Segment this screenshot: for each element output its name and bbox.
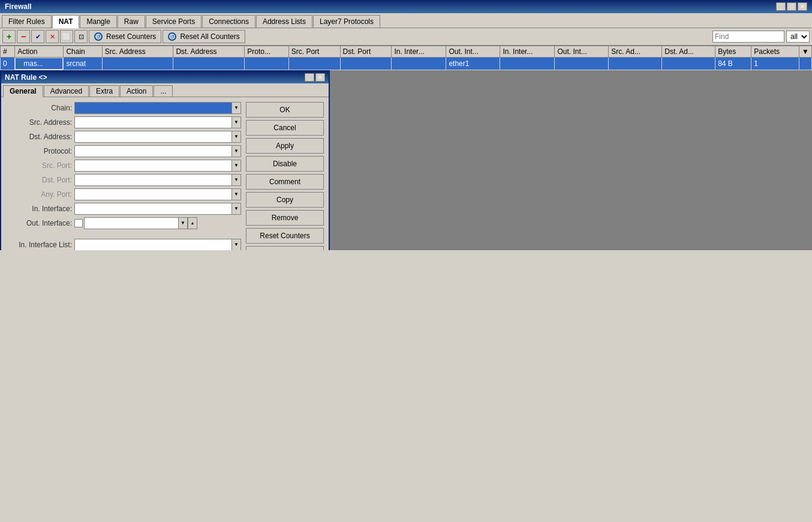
dst-port-input[interactable] [74,174,231,186]
in-interface-list-wrapper: ▼ [74,239,241,250]
col-chain: Chain [64,46,102,58]
dst-address-input[interactable] [74,131,231,143]
src-address-row: Src. Address: ▼ [6,116,241,128]
cell-packets: 1 [751,58,799,70]
reset-counters-toolbar-button[interactable]: ↺ Reset Counters [89,30,161,43]
col-expand[interactable]: ▼ [799,46,812,58]
disable-toolbar-button[interactable]: ✕ [46,30,59,43]
dialog-tab-bar: General Advanced Extra Action ... [1,83,329,97]
filter-button[interactable]: ⊡ [74,30,88,43]
in-interface-input[interactable] [74,203,231,215]
src-port-dropdown-button[interactable]: ▼ [231,160,241,172]
in-interface-wrapper: ▼ [74,203,241,215]
counter-icon: ↺ [94,32,103,41]
in-interface-list-dropdown-button[interactable]: ▼ [231,239,241,250]
dst-port-dropdown-button[interactable]: ▼ [231,174,241,186]
cell-in-inter2 [500,58,555,70]
copy-dialog-button[interactable]: Copy [246,192,324,208]
comment-button[interactable]: Comment [246,174,324,190]
protocol-label: Protocol: [6,147,72,155]
tab-address-lists[interactable]: Address Lists [256,15,312,28]
col-num: # [1,46,15,58]
chain-input[interactable]: srcnat [74,102,231,114]
cell-out-int: ether1 [446,58,500,70]
tab-service-ports[interactable]: Service Ports [146,15,202,28]
apply-button[interactable]: Apply [246,138,324,154]
out-interface-input[interactable]: ether1 [84,217,178,229]
tab-connections[interactable]: Connections [202,15,255,28]
dialog-tab-general[interactable]: General [3,85,43,97]
tab-nat[interactable]: NAT [52,15,80,28]
main-tab-bar: Filter Rules NAT Mangle Raw Service Port… [0,13,812,28]
cell-action: ● mas... [15,58,63,70]
delete-button[interactable]: − [17,30,30,43]
any-port-dropdown-button[interactable]: ▼ [231,188,241,200]
find-filter-select[interactable]: all [786,31,810,43]
copy-toolbar-button[interactable]: ⬜ [60,30,73,43]
src-port-input[interactable] [74,160,231,172]
src-address-wrapper: ▼ [74,116,241,128]
any-port-label: Any. Port: [6,190,72,199]
src-address-input[interactable] [74,116,231,128]
col-action: Action [15,46,64,58]
out-interface-up-button[interactable]: ▲ [188,217,197,229]
dialog-close-button[interactable]: ✕ [315,73,325,82]
cell-src-address [102,58,173,70]
minimize-button[interactable]: _ [776,2,786,11]
out-interface-dropdown-button[interactable]: ▼ [178,217,188,229]
cell-bytes: 84 B [715,58,751,70]
dialog-tab-extra[interactable]: Extra [89,85,119,97]
out-interface-checkbox[interactable] [74,219,83,227]
col-packets: Packets [751,46,799,58]
nat-rule-dialog: NAT Rule <> _ ✕ General Advanced Extra A… [0,70,330,250]
dialog-tab-more[interactable]: ... [154,85,173,97]
add-button[interactable]: + [2,30,16,43]
dst-address-dropdown-button[interactable]: ▼ [231,131,241,143]
ok-button[interactable]: OK [246,102,324,118]
cell-proto [245,58,289,70]
chain-select-wrapper: srcnat ▼ [74,102,241,114]
src-port-wrapper: ▼ [74,160,241,172]
dst-address-wrapper: ▼ [74,131,241,143]
src-address-dropdown-button[interactable]: ▼ [231,116,241,128]
dialog-tab-action[interactable]: Action [120,85,153,97]
in-interface-list-input[interactable] [74,239,231,250]
reset-all-counters-dialog-button[interactable]: Reset All Counters [246,246,324,250]
chain-dropdown-button[interactable]: ▼ [231,102,241,114]
cell-src-ad [609,58,662,70]
spacer1 [6,232,241,236]
reset-counters-toolbar-label: Reset Counters [106,32,156,41]
content-area: NAT Rule <> _ ✕ General Advanced Extra A… [0,70,812,250]
dialog-tab-advanced[interactable]: Advanced [44,85,89,97]
close-button[interactable]: ✕ [798,2,807,11]
tab-raw[interactable]: Raw [118,15,145,28]
tab-filter-rules[interactable]: Filter Rules [2,15,52,28]
dialog-button-panel: OK Cancel Apply Disable Comment Copy Rem… [246,102,324,250]
tab-mangle[interactable]: Mangle [80,15,116,28]
disable-button[interactable]: Disable [246,156,324,172]
dialog-minimize-button[interactable]: _ [305,73,314,82]
cell-action-text: mas... [23,59,43,68]
tab-layer7-protocols[interactable]: Layer7 Protocols [313,15,380,28]
cell-dst-ad [662,58,715,70]
remove-button[interactable]: Remove [246,210,324,226]
col-in-inter: In. Inter... [392,46,446,58]
protocol-input[interactable] [74,145,231,157]
dst-port-wrapper: ▼ [74,174,241,186]
reset-counters-dialog-button[interactable]: Reset Counters [246,228,324,244]
any-port-input[interactable] [74,188,231,200]
maximize-button[interactable]: □ [787,2,796,11]
dst-address-label: Dst. Address: [6,133,72,141]
col-dst-port: Dst. Port [340,46,392,58]
table-row[interactable]: 0 ● mas... srcnat ether1 84 B 1 [1,58,812,70]
form-area: Chain: srcnat ▼ Src. Address: ▼ [6,102,241,250]
reset-all-counters-toolbar-button[interactable]: ↺ Reset All Counters [163,30,245,43]
in-interface-dropdown-button[interactable]: ▼ [231,203,241,215]
cancel-button[interactable]: Cancel [246,120,324,136]
col-dst-address: Dst. Address [173,46,245,58]
enable-button[interactable]: ✔ [31,30,44,43]
col-bytes: Bytes [715,46,751,58]
dst-port-row: Dst. Port: ▼ [6,174,241,186]
find-input[interactable] [712,31,784,43]
protocol-dropdown-button[interactable]: ▼ [231,145,241,157]
